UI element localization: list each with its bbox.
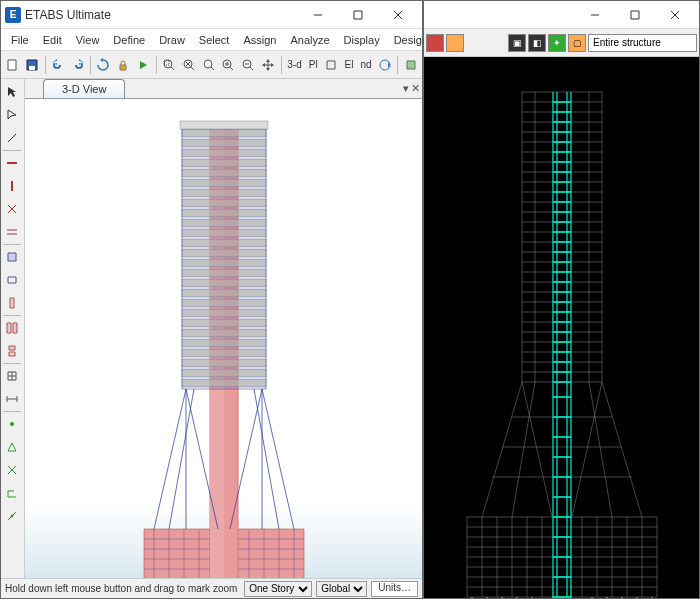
display-a-icon[interactable]: ▣ bbox=[508, 34, 526, 52]
pointer-icon[interactable] bbox=[1, 81, 23, 103]
wireframe-viewport[interactable] bbox=[424, 57, 699, 598]
display-c-icon[interactable]: ✦ bbox=[548, 34, 566, 52]
pan-icon[interactable] bbox=[259, 54, 278, 76]
coord-select[interactable]: Global bbox=[316, 581, 367, 597]
maximize-button[interactable] bbox=[615, 2, 655, 28]
etabs-window: E ETABS Ultimate File Edit View Define D… bbox=[0, 0, 423, 599]
snap-line-icon[interactable] bbox=[1, 505, 23, 527]
svg-rect-84 bbox=[182, 149, 266, 157]
building-3d-model bbox=[114, 109, 334, 578]
svg-rect-94 bbox=[182, 249, 266, 257]
svg-point-17 bbox=[204, 60, 212, 68]
snap-intersect-icon[interactable] bbox=[1, 459, 23, 481]
units-button[interactable]: Units… bbox=[371, 581, 418, 597]
redo-icon[interactable] bbox=[68, 54, 87, 76]
close-button[interactable] bbox=[655, 2, 695, 28]
svg-point-53 bbox=[10, 422, 14, 426]
tab-close-icon[interactable]: ✕ bbox=[411, 82, 420, 95]
svg-rect-100 bbox=[182, 309, 266, 317]
dimension-icon[interactable] bbox=[1, 388, 23, 410]
svg-rect-106 bbox=[182, 369, 266, 377]
svg-rect-90 bbox=[182, 209, 266, 217]
snap-mid-icon[interactable] bbox=[1, 436, 23, 458]
menu-assign[interactable]: Assign bbox=[237, 32, 282, 48]
svg-marker-54 bbox=[8, 443, 16, 451]
3d-viewport[interactable] bbox=[25, 99, 422, 578]
draw-beam-icon[interactable] bbox=[1, 152, 23, 174]
menu-file[interactable]: File bbox=[5, 32, 35, 48]
draw-secondary-icon[interactable] bbox=[1, 221, 23, 243]
run-icon[interactable] bbox=[134, 54, 153, 76]
draw-wall-icon[interactable] bbox=[1, 292, 23, 314]
svg-line-18 bbox=[211, 67, 214, 70]
menu-view[interactable]: View bbox=[70, 32, 106, 48]
draw-brace-icon[interactable] bbox=[1, 198, 23, 220]
menu-draw[interactable]: Draw bbox=[153, 32, 191, 48]
svg-rect-127 bbox=[522, 92, 602, 382]
mode-3d-label[interactable]: 3-d bbox=[284, 59, 304, 70]
svg-point-10 bbox=[164, 60, 172, 68]
svg-rect-107 bbox=[182, 379, 266, 387]
zoom-extents-icon[interactable] bbox=[179, 54, 198, 76]
close-button[interactable] bbox=[378, 2, 418, 28]
mode-el-label[interactable]: El bbox=[342, 59, 357, 70]
svg-rect-97 bbox=[182, 279, 266, 287]
display-b-icon[interactable]: ◧ bbox=[528, 34, 546, 52]
snap-point-icon[interactable] bbox=[1, 413, 23, 435]
draw-wallstack-icon[interactable] bbox=[1, 340, 23, 362]
svg-line-11 bbox=[171, 67, 174, 70]
object-icon[interactable] bbox=[401, 54, 420, 76]
menu-define[interactable]: Define bbox=[107, 32, 151, 48]
snap-perp-icon[interactable] bbox=[1, 482, 23, 504]
view-orange-icon[interactable] bbox=[446, 34, 464, 52]
view-red-icon[interactable] bbox=[426, 34, 444, 52]
view-elev-icon[interactable] bbox=[322, 54, 341, 76]
save-icon[interactable] bbox=[23, 54, 42, 76]
new-icon[interactable] bbox=[3, 54, 22, 76]
reshape-icon[interactable] bbox=[1, 104, 23, 126]
display-selector[interactable]: Entire structure bbox=[588, 34, 697, 52]
svg-rect-1 bbox=[354, 11, 362, 19]
menu-analyze[interactable]: Analyze bbox=[284, 32, 335, 48]
menu-display[interactable]: Display bbox=[338, 32, 386, 48]
svg-rect-104 bbox=[182, 349, 266, 357]
zoom-rubber-icon[interactable] bbox=[159, 54, 178, 76]
menu-edit[interactable]: Edit bbox=[37, 32, 68, 48]
svg-line-36 bbox=[8, 134, 16, 142]
maximize-button[interactable] bbox=[338, 2, 378, 28]
refresh-icon[interactable] bbox=[94, 54, 113, 76]
svg-rect-95 bbox=[182, 259, 266, 267]
rotate-icon[interactable] bbox=[376, 54, 395, 76]
mode-pl-label[interactable]: Pl bbox=[306, 59, 321, 70]
undo-icon[interactable] bbox=[49, 54, 68, 76]
svg-rect-47 bbox=[13, 323, 17, 333]
draw-column-icon[interactable] bbox=[1, 175, 23, 197]
zoom-previous-icon[interactable] bbox=[199, 54, 218, 76]
tab-strip: 3-D View ▾ ✕ bbox=[25, 79, 422, 99]
draw-rect-icon[interactable] bbox=[1, 269, 23, 291]
svg-rect-91 bbox=[182, 219, 266, 227]
draw-toolbar bbox=[1, 79, 25, 578]
menu-select[interactable]: Select bbox=[193, 32, 236, 48]
minimize-button[interactable] bbox=[298, 2, 338, 28]
svg-rect-6 bbox=[29, 66, 35, 70]
grid-icon[interactable] bbox=[1, 365, 23, 387]
tab-3d-view[interactable]: 3-D View bbox=[43, 79, 125, 98]
zoom-out-icon[interactable] bbox=[239, 54, 258, 76]
draw-line-icon[interactable] bbox=[1, 127, 23, 149]
lock-icon[interactable] bbox=[114, 54, 133, 76]
tab-dropdown-icon[interactable]: ▾ bbox=[403, 82, 409, 95]
svg-rect-88 bbox=[182, 189, 266, 197]
zoom-in-icon[interactable] bbox=[219, 54, 238, 76]
mode-nd-label[interactable]: nd bbox=[357, 59, 374, 70]
minimize-button[interactable] bbox=[575, 2, 615, 28]
wireframe-model bbox=[457, 77, 667, 598]
story-select[interactable]: One Story bbox=[244, 581, 312, 597]
svg-rect-4 bbox=[8, 60, 16, 70]
svg-rect-44 bbox=[8, 277, 16, 283]
draw-floor-icon[interactable] bbox=[1, 246, 23, 268]
draw-walls-icon[interactable] bbox=[1, 317, 23, 339]
svg-rect-89 bbox=[182, 199, 266, 207]
svg-point-58 bbox=[11, 515, 14, 518]
display-d-icon[interactable]: ▢ bbox=[568, 34, 586, 52]
